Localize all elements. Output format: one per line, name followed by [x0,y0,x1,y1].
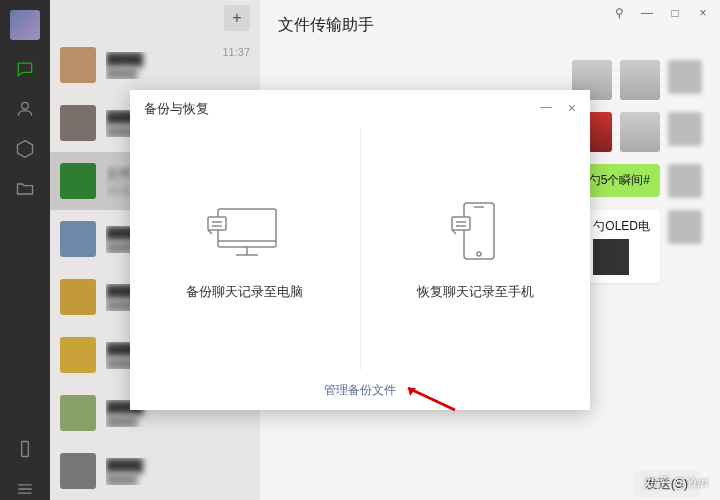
svg-rect-6 [208,217,226,230]
svg-rect-9 [464,203,494,259]
watermark: 知乎 @Yuri [643,474,708,492]
backup-restore-modal: 备份与恢复 — × [130,90,590,410]
monitor-icon [200,197,290,267]
modal-backdrop: 备份与恢复 — × [0,0,720,500]
restore-to-phone-option[interactable]: 恢复聊天记录至手机 [361,128,591,370]
modal-minimize-icon[interactable]: — [540,100,552,114]
modal-close-icon[interactable]: × [568,100,576,116]
svg-point-11 [477,252,481,256]
phone-device-icon [430,197,520,267]
manage-backup-link[interactable]: 管理备份文件 [324,382,396,399]
restore-label: 恢复聊天记录至手机 [417,283,534,301]
backup-label: 备份聊天记录至电脑 [186,283,303,301]
backup-to-computer-option[interactable]: 备份聊天记录至电脑 [130,128,361,370]
modal-title: 备份与恢复 [130,90,590,128]
svg-rect-12 [452,217,470,230]
